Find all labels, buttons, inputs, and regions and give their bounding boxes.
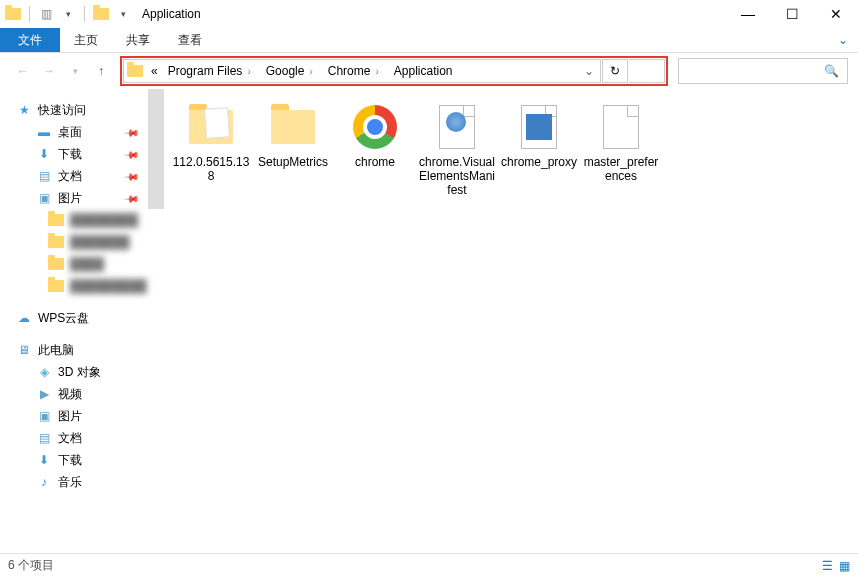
sidebar-item-3d[interactable]: ◈3D 对象 <box>0 361 144 383</box>
file-item[interactable]: chrome_proxy <box>498 99 580 209</box>
desktop-icon: ▬ <box>36 124 52 140</box>
sidebar-item-desktop[interactable]: ▬桌面📌 <box>0 121 144 143</box>
tab-view[interactable]: 查看 <box>164 28 216 52</box>
sidebar-item-downloads[interactable]: ⬇下载 <box>0 449 144 471</box>
sidebar-item-wps[interactable]: ☁WPS云盘 <box>0 307 144 329</box>
minimize-button[interactable]: — <box>726 0 770 28</box>
chrome-icon <box>351 103 399 151</box>
download-icon: ⬇ <box>36 452 52 468</box>
dropdown-icon[interactable]: ▾ <box>59 5 77 23</box>
sidebar-item-documents[interactable]: ▤文档📌 <box>0 165 144 187</box>
sidebar-scrollbar[interactable] <box>148 89 164 549</box>
file-tab[interactable]: 文件 <box>0 28 60 52</box>
computer-icon: 🖥 <box>16 342 32 358</box>
folder-icon <box>48 256 64 272</box>
pin-icon: 📌 <box>124 124 140 140</box>
address-dropdown-icon[interactable]: ⌄ <box>578 64 600 78</box>
sidebar-item-folder[interactable]: █████████ <box>0 275 144 297</box>
folder-icon <box>48 234 64 250</box>
maximize-button[interactable]: ☐ <box>770 0 814 28</box>
qat-dropdown-icon[interactable]: ▾ <box>114 5 132 23</box>
breadcrumb-item[interactable]: Google› <box>261 60 323 82</box>
properties-icon[interactable]: ▥ <box>37 5 55 23</box>
video-icon: ▶ <box>36 386 52 402</box>
back-button[interactable]: ← <box>10 58 36 84</box>
navigation-row: ← → ▾ ↑ « Program Files› Google› Chrome›… <box>0 53 858 89</box>
folder-icon <box>269 103 317 151</box>
scrollbar-thumb[interactable] <box>148 89 164 209</box>
exe-file-icon <box>515 103 563 151</box>
recent-dropdown-icon[interactable]: ▾ <box>62 58 88 84</box>
folder-item[interactable]: 112.0.5615.138 <box>170 99 252 209</box>
title-bar: ▥ ▾ ▾ Application — ☐ ✕ <box>0 0 858 28</box>
chevron-right-icon[interactable]: › <box>304 66 317 77</box>
crumb-overflow[interactable]: « <box>146 60 163 82</box>
folder-icon <box>124 65 146 77</box>
file-label: chrome.VisualElementsManifest <box>416 155 498 197</box>
main-area: ★ 快速访问 ▬桌面📌 ⬇下载📌 ▤文档📌 ▣图片📌 ████████ ████… <box>0 89 858 549</box>
pin-icon: 📌 <box>124 146 140 162</box>
star-icon: ★ <box>16 102 32 118</box>
close-button[interactable]: ✕ <box>814 0 858 28</box>
address-extra[interactable] <box>629 59 665 83</box>
folder-icon <box>4 5 22 23</box>
file-label: 112.0.5615.138 <box>170 155 252 183</box>
ribbon-expand-icon[interactable]: ⌄ <box>828 28 858 52</box>
tab-home[interactable]: 主页 <box>60 28 112 52</box>
sidebar-item-videos[interactable]: ▶视频 <box>0 383 144 405</box>
address-bar-highlight: « Program Files› Google› Chrome› Applica… <box>120 56 668 86</box>
file-label: master_preferences <box>580 155 662 183</box>
address-bar[interactable]: « Program Files› Google› Chrome› Applica… <box>123 59 601 83</box>
up-button[interactable]: ↑ <box>88 58 114 84</box>
file-label: chrome_proxy <box>499 155 579 169</box>
file-item-chrome[interactable]: chrome <box>334 99 416 209</box>
sidebar-item-folder[interactable]: ████ <box>0 253 144 275</box>
folder-item[interactable]: SetupMetrics <box>252 99 334 209</box>
pin-icon: 📌 <box>124 168 140 184</box>
picture-icon: ▣ <box>36 190 52 206</box>
file-label: SetupMetrics <box>256 155 330 169</box>
breadcrumb-item[interactable]: Application <box>389 60 458 82</box>
folder-icon <box>187 103 235 151</box>
pin-icon: 📌 <box>124 190 140 206</box>
chevron-right-icon[interactable]: › <box>370 66 383 77</box>
breadcrumb-item[interactable]: Program Files› <box>163 60 261 82</box>
file-label: chrome <box>353 155 397 169</box>
sidebar-item-thispc[interactable]: 🖥此电脑 <box>0 339 144 361</box>
sidebar-item-folder[interactable]: ████████ <box>0 209 144 231</box>
file-item[interactable]: chrome.VisualElementsManifest <box>416 99 498 209</box>
cloud-icon: ☁ <box>16 310 32 326</box>
sidebar-item-documents[interactable]: ▤文档 <box>0 427 144 449</box>
picture-icon: ▣ <box>36 408 52 424</box>
quick-access-header[interactable]: ★ 快速访问 <box>0 99 144 121</box>
sidebar-item-pictures[interactable]: ▣图片 <box>0 405 144 427</box>
sidebar-item-downloads[interactable]: ⬇下载📌 <box>0 143 144 165</box>
music-icon: ♪ <box>36 474 52 490</box>
sidebar-item-folder[interactable]: ███████ <box>0 231 144 253</box>
file-list[interactable]: 112.0.5615.138 SetupMetrics chrome chrom… <box>164 89 858 549</box>
search-input[interactable]: 🔍 <box>678 58 848 84</box>
document-icon: ▤ <box>36 430 52 446</box>
navigation-pane: ★ 快速访问 ▬桌面📌 ⬇下载📌 ▤文档📌 ▣图片📌 ████████ ████… <box>0 89 164 549</box>
download-icon: ⬇ <box>36 146 52 162</box>
document-icon: ▤ <box>36 168 52 184</box>
tab-share[interactable]: 共享 <box>112 28 164 52</box>
details-view-icon[interactable]: ☰ <box>822 559 833 573</box>
icons-view-icon[interactable]: ▦ <box>839 559 850 573</box>
sidebar-item-pictures[interactable]: ▣图片📌 <box>0 187 144 209</box>
html-file-icon <box>433 103 481 151</box>
blank-file-icon <box>597 103 645 151</box>
forward-button[interactable]: → <box>36 58 62 84</box>
quick-access-toolbar: ▥ ▾ ▾ <box>0 5 132 23</box>
chevron-right-icon[interactable]: › <box>242 66 255 77</box>
folder-icon <box>92 5 110 23</box>
folder-icon <box>48 278 64 294</box>
3d-icon: ◈ <box>36 364 52 380</box>
status-bar: 6 个项目 ☰ ▦ <box>0 553 858 577</box>
search-icon: 🔍 <box>824 64 839 78</box>
breadcrumb-item[interactable]: Chrome› <box>323 60 389 82</box>
file-item[interactable]: master_preferences <box>580 99 662 209</box>
ribbon-tabs: 文件 主页 共享 查看 ⌄ <box>0 28 858 53</box>
sidebar-item-music[interactable]: ♪音乐 <box>0 471 144 493</box>
refresh-button[interactable]: ↻ <box>602 59 628 83</box>
